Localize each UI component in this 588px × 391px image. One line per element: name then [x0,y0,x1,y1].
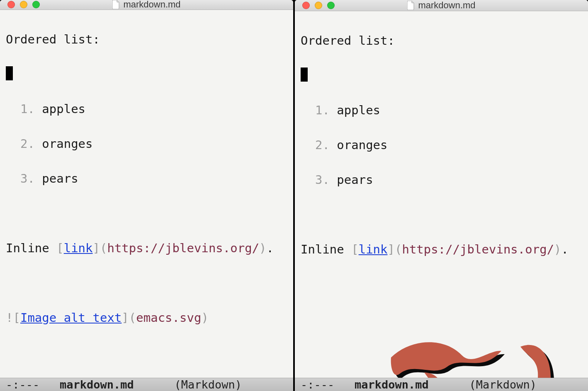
editor-buffer[interactable]: Ordered list: 1. apples 2. oranges 3. pe… [295,11,588,378]
blank-line [6,274,291,292]
list-item: 3. pears [301,171,586,188]
modeline-mode: (Markdown) [174,378,242,391]
desktop: markdown.md Ordered list: 1. apples 2. o… [0,0,588,391]
close-icon[interactable] [302,2,310,9]
window-title: markdown.md [295,0,588,11]
minimize-icon[interactable] [20,1,27,8]
modeline-flags: -:--- [6,378,39,391]
modeline-mode: (Markdown) [469,378,537,391]
list-item: 2. oranges [301,136,586,154]
mode-line[interactable]: -:--- markdown.md (Markdown) [0,378,293,391]
inline-link-line: Inline [link](https://jblevins.org/). [6,239,291,257]
zoom-icon[interactable] [327,2,335,9]
cursor-line [301,67,586,84]
traffic-lights [0,1,40,8]
text-cursor [301,68,308,82]
window-left: markdown.md Ordered list: 1. apples 2. o… [0,0,293,391]
zoom-icon[interactable] [32,1,40,8]
editor-buffer[interactable]: Ordered list: 1. apples 2. oranges 3. pe… [0,10,293,378]
window-title-text: markdown.md [418,0,475,11]
list-item: 1. apples [301,101,586,119]
minimize-icon[interactable] [315,2,322,9]
inline-link[interactable]: link [64,241,93,255]
modeline-buffer-name: markdown.md [60,378,134,391]
inline-link[interactable]: link [359,242,388,256]
window-title-text: markdown.md [123,0,180,10]
window-right: markdown.md Ordered list: 1. apples 2. o… [295,0,588,391]
image-alt[interactable]: Image alt text [20,311,121,325]
titlebar[interactable]: markdown.md [295,0,588,11]
traffic-lights [295,2,335,9]
window-title: markdown.md [0,0,293,10]
image-line: ![Image alt text](emacs.svg) [6,309,291,326]
heading-line: Ordered list: [6,31,291,48]
inline-link-line: Inline [link](https://jblevins.org/). [301,241,586,258]
heading-line: Ordered list: [301,32,586,49]
modeline-flags: -:--- [301,378,334,391]
list-item: 1. apples [6,100,291,118]
mode-line[interactable]: -:--- markdown.md (Markdown) [295,378,588,391]
emacs-logo-icon [316,318,586,378]
document-icon [112,0,120,9]
document-icon [407,1,415,10]
blank-line [301,206,586,223]
list-item: 2. oranges [6,135,291,152]
modeline-buffer-name: markdown.md [355,378,429,391]
titlebar[interactable]: markdown.md [0,0,293,10]
cursor-line [6,65,291,83]
close-icon[interactable] [7,1,15,8]
text-cursor [6,66,13,80]
blank-line [6,205,291,222]
list-item: 3. pears [6,170,291,187]
blank-line [6,344,291,361]
